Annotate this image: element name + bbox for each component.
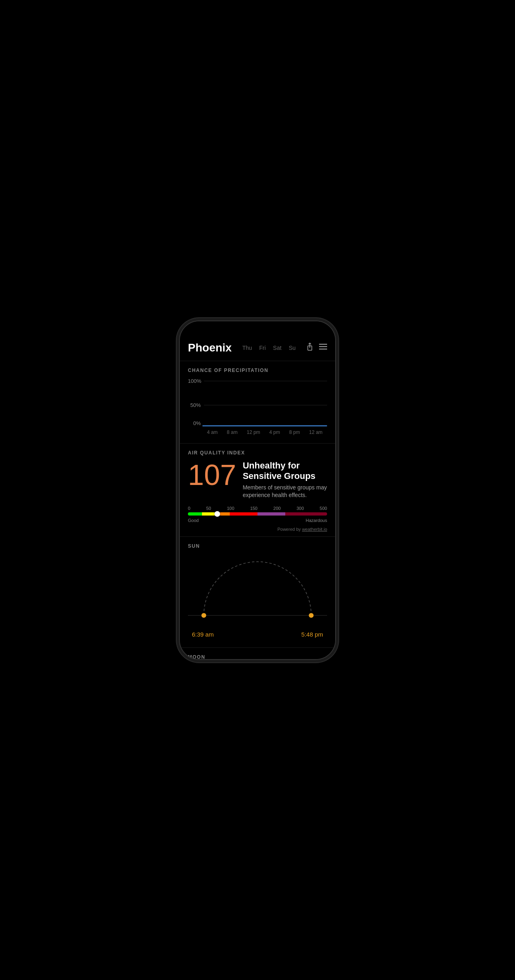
aqi-label: Unhealthy for Sensitive Groups [243, 460, 327, 481]
aqi-title: AIR QUALITY INDEX [188, 450, 327, 456]
aqi-gradient-bar [188, 512, 327, 516]
aqi-tick-200: 200 [273, 506, 280, 511]
aqi-powered: Powered by weatherbit.io [188, 525, 327, 532]
sunset-time: 5:48 pm [301, 631, 323, 638]
city-title: Phoenix [188, 341, 232, 354]
day-sat[interactable]: Sat [273, 345, 282, 351]
day-thu[interactable]: Thu [242, 345, 252, 351]
aqi-section: AIR QUALITY INDEX 107 Unhealthy for Sens… [180, 450, 335, 532]
sun-divider [180, 647, 335, 648]
day-tabs: Thu Fri Sat Su [242, 345, 296, 351]
aqi-bar-ends: Good Hazardous [188, 518, 327, 523]
sun-times: 6:39 am 5:48 pm [188, 631, 327, 638]
aqi-tick-150: 150 [250, 506, 258, 511]
aqi-powered-link[interactable]: weatherbit.io [302, 527, 327, 532]
aqi-header: 107 Unhealthy for Sensitive Groups Membe… [188, 460, 327, 499]
sun-arc-container [188, 555, 327, 628]
x-label-4am: 4 am [207, 429, 218, 435]
aqi-tick-300: 300 [297, 506, 304, 511]
aqi-description: Members of sensitive groups may experien… [243, 484, 327, 499]
svg-point-6 [309, 613, 314, 618]
x-label-8am: 8 am [227, 429, 238, 435]
moon-section: MOON Today Waning Crescent [180, 654, 335, 659]
aqi-value: 107 [188, 460, 236, 489]
x-label-12pm: 12 pm [247, 429, 260, 435]
x-label-12am: 12 am [309, 429, 322, 435]
aqi-divider [180, 536, 335, 537]
day-fri[interactable]: Fri [259, 345, 266, 351]
aqi-good-label: Good [188, 518, 199, 523]
aqi-powered-text: Powered by [277, 527, 302, 532]
header: Phoenix Thu Fri Sat Su [180, 341, 335, 361]
sun-title: SUN [188, 543, 327, 549]
chart-50-line: 50% [188, 402, 327, 408]
share-icon[interactable] [306, 343, 313, 353]
sun-section: SUN 6:39 am 5:48 pm [180, 543, 335, 647]
precip-divider [180, 443, 335, 444]
aqi-tick-50: 50 [206, 506, 211, 511]
aqi-hazardous-label: Hazardous [306, 518, 327, 523]
precip-data-line [202, 425, 327, 426]
x-label-8pm: 8 pm [289, 429, 300, 435]
chart-100-line: 100% [188, 378, 327, 384]
y-label-0: 0% [188, 420, 201, 426]
grid-line-100 [204, 381, 327, 381]
precipitation-section: CHANCE OF PRECIPITATION 100% 50% 0% 4 am… [180, 368, 335, 443]
aqi-text: Unhealthy for Sensitive Groups Members o… [243, 460, 327, 499]
sun-arc-svg [188, 555, 327, 628]
aqi-bar-container: 0 50 100 150 200 300 500 Good Hazardous … [188, 506, 327, 532]
sunrise-time: 6:39 am [192, 631, 214, 638]
aqi-bar-labels: 0 50 100 150 200 300 500 [188, 506, 327, 511]
phone-notch [233, 321, 282, 333]
header-icons [306, 343, 327, 353]
header-divider [180, 361, 335, 361]
aqi-tick-100: 100 [227, 506, 234, 511]
precip-title: CHANCE OF PRECIPITATION [188, 368, 327, 373]
grid-line-50 [204, 405, 327, 405]
moon-title: MOON [188, 654, 327, 659]
phone-screen[interactable]: Phoenix Thu Fri Sat Su [180, 321, 335, 659]
aqi-tick-500: 500 [320, 506, 327, 511]
chart-0-line: 0% [188, 420, 327, 426]
precip-chart: 100% 50% 0% [188, 378, 327, 426]
y-label-100: 100% [188, 378, 201, 384]
day-sun[interactable]: Su [289, 345, 296, 351]
x-axis-labels: 4 am 8 am 12 pm 4 pm 8 pm 12 am [188, 429, 327, 435]
x-label-4pm: 4 pm [269, 429, 280, 435]
phone-frame: Phoenix Thu Fri Sat Su [179, 321, 336, 660]
y-label-50: 50% [188, 402, 201, 408]
svg-point-5 [202, 613, 206, 618]
aqi-tick-0: 0 [188, 506, 190, 511]
menu-icon[interactable] [319, 343, 327, 352]
aqi-indicator-dot [214, 511, 220, 517]
